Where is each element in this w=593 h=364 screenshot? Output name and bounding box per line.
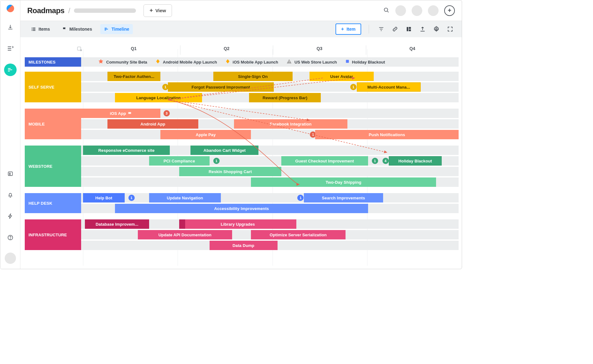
milestone[interactable]: iOS Mobile App Launch: [225, 59, 278, 65]
timeline-bar[interactable]: Single-Sign On: [213, 72, 293, 81]
dependency-count-badge[interactable]: 1: [128, 195, 135, 201]
dependency-count-badge[interactable]: 3: [164, 110, 170, 116]
header: Roadmaps / + View +: [20, 0, 462, 21]
timeline-bar[interactable]: Update Navigation: [149, 193, 221, 203]
quarter-header: Q4: [366, 45, 459, 55]
column-settings-icon[interactable]: [77, 46, 82, 53]
timeline-row: Accessibility Improvements: [81, 204, 459, 213]
bar-label: Apple Pay: [196, 132, 216, 137]
current-user-avatar[interactable]: [5, 253, 16, 264]
timeline-bar[interactable]: Abandon Cart Widget: [190, 146, 258, 155]
timeline-bar[interactable]: Holiday Blackout: [389, 156, 442, 166]
timeline-bar[interactable]: Responsive eCommerce site: [83, 146, 170, 155]
tab-milestones[interactable]: Milestones: [58, 24, 96, 34]
milestone[interactable]: Community Site Beta: [98, 59, 147, 65]
timeline-row: Language LocalizationReward (Progress Ba…: [81, 93, 459, 102]
app-logo[interactable]: [7, 5, 14, 12]
fullscreen-icon[interactable]: [445, 24, 455, 34]
timeline-bar[interactable]: Update API Documentation: [138, 230, 232, 239]
bar-label: Database Improvem...: [96, 222, 138, 227]
dependency-count-badge[interactable]: 1: [213, 158, 220, 164]
bolt-icon[interactable]: [4, 210, 17, 223]
layout-icon[interactable]: [404, 24, 414, 34]
plus-icon: +: [341, 26, 344, 32]
bar-label: Two-Day Shipping: [325, 180, 361, 185]
svg-rect-12: [409, 27, 411, 29]
svg-rect-20: [128, 112, 131, 114]
bar-label: Single-Sign On: [238, 74, 268, 79]
app-frame: Roadmaps / + View + Items Milestones: [0, 0, 462, 269]
timeline-bar[interactable]: Reward (Progress Bar): [249, 93, 321, 102]
timeline-row: 1Forgot Password Improvment1Multi-Accoun…: [81, 82, 459, 92]
group-header-milestones[interactable]: MILESTONES: [25, 57, 81, 67]
search-icon[interactable]: [383, 7, 390, 14]
avatar-placeholder[interactable]: [412, 5, 422, 16]
bar-label: Reward (Progress Bar): [263, 95, 307, 100]
milestone[interactable]: Holiday Blackout: [345, 59, 385, 65]
timeline-bar[interactable]: Search Improvements: [304, 193, 383, 203]
timeline-bar[interactable]: Guest Checkout Improvement: [281, 156, 368, 166]
timeline-bar[interactable]: PCI Compliance: [149, 156, 210, 166]
timeline-bar[interactable]: Facebook Integration: [234, 119, 347, 129]
svg-rect-13: [409, 29, 411, 31]
download-icon[interactable]: [4, 21, 17, 33]
svg-rect-6: [33, 28, 35, 28]
timeline-bar[interactable]: Data Dump: [210, 241, 278, 250]
group-header-mobile[interactable]: MOBILE: [25, 109, 81, 139]
timeline-bar[interactable]: Language Localization: [115, 93, 202, 102]
timeline-icon[interactable]: [4, 64, 17, 76]
timeline-bar[interactable]: Library Upgrades: [179, 219, 296, 229]
avatar-placeholder[interactable]: [428, 5, 439, 16]
gear-icon[interactable]: [432, 24, 441, 34]
timeline-bar[interactable]: Android App: [107, 119, 198, 129]
timeline-bar[interactable]: Reskin Shopping Cart: [179, 167, 281, 176]
breadcrumb-placeholder: [74, 8, 136, 13]
help-icon[interactable]: [4, 231, 17, 244]
dependency-count-badge[interactable]: 1: [350, 84, 356, 90]
timeline-bar[interactable]: Help Bot: [83, 193, 125, 203]
list-icon[interactable]: [4, 42, 17, 55]
milestone-label: Android Mobile App Launch: [163, 60, 217, 64]
timeline-bar[interactable]: Apple Pay: [160, 130, 251, 139]
timeline-bar[interactable]: Optimize Server Serialization: [251, 230, 345, 239]
filter-icon[interactable]: [377, 24, 386, 34]
bar-label: Optimize Server Serialization: [270, 233, 327, 237]
contact-card-icon[interactable]: [4, 167, 17, 180]
timeline-bar[interactable]: Forgot Password Improvment: [168, 82, 273, 92]
tab-timeline[interactable]: Timeline: [100, 24, 133, 34]
timeline-bar[interactable]: Database Improvem...: [85, 219, 149, 229]
add-item-button[interactable]: + Item: [336, 23, 361, 35]
group-header-webstore[interactable]: WEBSTORE: [25, 146, 81, 187]
timeline-scroll[interactable]: Q1Q2Q3Q4 MILESTONESCommunity Site BetaAn…: [20, 37, 462, 269]
milestone[interactable]: US Web Store Launch: [286, 59, 337, 65]
quarter-header: Q3: [273, 45, 366, 55]
milestone-label: Holiday Blackout: [352, 60, 385, 64]
timeline-bar[interactable]: User Avatar: [310, 72, 374, 81]
tab-items[interactable]: Items: [27, 24, 54, 34]
svg-rect-18: [289, 63, 289, 63]
timeline-bar[interactable]: Multi-Account Mana...: [357, 82, 421, 92]
timeline-bar[interactable]: Two-Day Shipping: [251, 177, 436, 187]
export-icon[interactable]: [418, 24, 427, 34]
invite-button[interactable]: +: [444, 5, 455, 16]
link-icon[interactable]: [390, 24, 400, 34]
dependency-count-badge[interactable]: 1: [297, 195, 304, 201]
group-header-self-serve[interactable]: SELF SERVE: [25, 72, 81, 102]
dependency-count-badge[interactable]: 1: [162, 84, 169, 90]
group-header-help-desk[interactable]: HELP DESK: [25, 193, 81, 213]
milestone[interactable]: Android Mobile App Launch: [155, 59, 217, 65]
timeline-bar[interactable]: Push Notifications: [315, 130, 459, 139]
timeline-bar[interactable]: Accessibility Improvements: [115, 204, 368, 213]
add-view-button[interactable]: + View: [143, 4, 172, 17]
group-header-infrastructure[interactable]: INFRASTRUCTURE: [25, 219, 81, 250]
bar-label: Forgot Password Improvment: [191, 85, 250, 90]
bell-icon[interactable]: [4, 189, 17, 201]
bar-label: Android App: [140, 122, 165, 126]
timeline-bar[interactable]: iOS App: [81, 109, 160, 118]
timeline-row: PCI Compliance1Guest Checkout Improvemen…: [81, 156, 459, 166]
dependency-count-badge[interactable]: 1: [372, 158, 378, 164]
dependency-count-badge[interactable]: 4: [382, 158, 389, 164]
timeline-bar[interactable]: Two-Factor Authen...: [107, 72, 160, 81]
avatar-placeholder[interactable]: [395, 5, 406, 16]
timeline-row: Responsive eCommerce siteAbandon Cart Wi…: [81, 146, 459, 155]
